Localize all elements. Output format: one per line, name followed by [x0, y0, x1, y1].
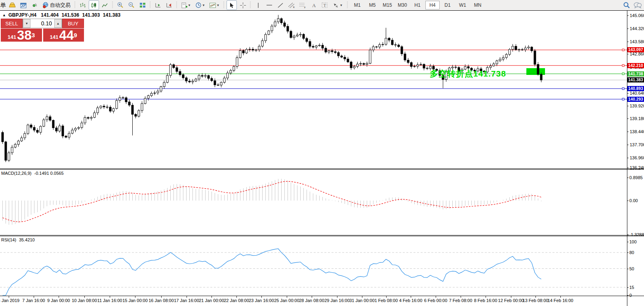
time-axis-tick	[362, 296, 362, 298]
channel-tool-button[interactable]: E	[286, 0, 297, 10]
timeframe-button-D1[interactable]: D1	[440, 1, 455, 10]
trendline-tool-button[interactable]	[275, 0, 286, 10]
indicators-button[interactable]: ▼	[179, 0, 193, 10]
zoom-out-button[interactable]	[126, 0, 137, 10]
time-axis-label: 17 Jan 16:00	[174, 298, 199, 303]
toolbar-drag-handle[interactable]	[223, 2, 225, 9]
timeframe-button-M5[interactable]: M5	[365, 1, 379, 10]
signals-button[interactable]	[29, 0, 40, 10]
price-tick-label: 136.240	[630, 165, 644, 170]
timeframe-button-M30[interactable]: M30	[395, 1, 410, 10]
volume-input[interactable]: 0.10	[30, 19, 54, 28]
line-chart-mode-button[interactable]	[100, 0, 110, 10]
timeframe-button-H1[interactable]: H1	[410, 1, 425, 10]
macd-tick-label: 0.8985	[629, 175, 643, 180]
vertical-line-tool-button[interactable]	[253, 0, 263, 10]
time-axis-tick	[312, 296, 312, 298]
sell-price-base: 141	[8, 33, 16, 41]
time-axis-label: 7 Jan 16:00	[22, 298, 45, 303]
pane-separator[interactable]	[0, 235, 644, 236]
time-axis-tick	[34, 296, 34, 298]
buy-button[interactable]: BUY	[62, 19, 84, 28]
candlestick-icon	[91, 2, 97, 8]
zoom-out-icon	[128, 2, 135, 8]
buy-price-base: 141	[50, 33, 59, 41]
horizontal-line-icon	[266, 3, 272, 7]
periods-button[interactable]: ▼	[194, 0, 207, 10]
cursor-tool-button[interactable]	[227, 0, 237, 10]
ohlc-close: 141.383	[103, 12, 121, 18]
timeframe-button-W1[interactable]: W1	[455, 1, 470, 10]
time-axis-tick	[236, 296, 237, 298]
candlestick-mode-button[interactable]	[89, 0, 99, 10]
dropdown-arrow-icon[interactable]: ▼	[188, 4, 191, 7]
text-glyph: A	[312, 2, 316, 8]
line-chart-icon	[102, 3, 108, 8]
equidistant-channel-icon: E	[288, 2, 295, 8]
price-tick-label: 139.920	[630, 103, 644, 108]
time-axis-label: 23 Jan 16:00	[249, 298, 274, 303]
collapse-triangle-icon[interactable]: ▲	[2, 13, 6, 17]
time-axis-tick	[287, 296, 287, 298]
chart-shift-button[interactable]	[164, 0, 174, 10]
chat-icon[interactable]	[634, 2, 642, 8]
bar-chart-mode-button[interactable]	[78, 0, 88, 10]
auto-scroll-button[interactable]	[153, 0, 163, 10]
timeframe-button-M1[interactable]: M1	[350, 1, 364, 10]
volume-down-button[interactable]: ▼	[23, 19, 30, 28]
toolbar-drag-handle[interactable]	[74, 2, 76, 9]
cursor-arrow-icon	[229, 2, 234, 8]
ohlc-high: 141.536	[61, 12, 79, 18]
chart-window[interactable]	[0, 10, 644, 306]
autotrading-button[interactable]: 自动交易	[40, 0, 72, 10]
timeframe-button-MN[interactable]: MN	[471, 1, 485, 10]
toolbar-drag-handle[interactable]	[347, 2, 349, 9]
new-order-button[interactable]	[7, 0, 17, 10]
time-axis-label: 21 Jan 00:00	[199, 298, 224, 303]
volume-spinner: ▼ 0.10 ▲	[23, 19, 62, 28]
dropdown-arrow-icon[interactable]: ▼	[216, 4, 220, 7]
text-tool-button[interactable]: A	[309, 0, 319, 10]
volume-up-button[interactable]: ▲	[54, 19, 62, 28]
buy-price[interactable]: 141 44 9	[43, 29, 84, 42]
label-glyph: T	[324, 3, 326, 8]
axis-tick	[627, 29, 629, 29]
search-icon[interactable]	[623, 2, 630, 8]
arrows-tool-button[interactable]: ▼	[331, 0, 345, 10]
axis-tick	[627, 269, 629, 269]
toolbar-drag-handle[interactable]	[176, 2, 178, 9]
zoom-in-button[interactable]	[115, 0, 126, 10]
toolbar-group-insert: ▼ ▼ ▼	[179, 0, 222, 10]
axis-tick	[627, 42, 629, 42]
toolbar-drag-handle[interactable]	[149, 2, 151, 9]
time-axis-tick	[486, 296, 486, 298]
crosshair-tool-button[interactable]	[238, 0, 248, 10]
time-axis-label: 11 Jan 16:00	[97, 298, 122, 303]
arrows-icon	[333, 2, 339, 8]
price-tick-label: 137.700	[630, 142, 644, 147]
horizontal-line-tool-button[interactable]	[264, 0, 274, 10]
fibonacci-tool-button[interactable]: F	[297, 0, 308, 10]
price-tick-label: 138.440	[630, 129, 644, 134]
templates-button[interactable]: ▼	[208, 0, 221, 10]
time-axis-tick	[461, 296, 461, 298]
timeframe-button-M15[interactable]: M15	[380, 1, 394, 10]
chart-title: ▲ GBPJPY-,H4 141.404 141.536 141.303 141…	[2, 12, 120, 18]
timeframe-button-H4[interactable]: H4	[425, 1, 440, 10]
label-tool-button[interactable]: T	[320, 0, 330, 10]
price-level-tag: 140.293	[627, 97, 644, 102]
open-chart-button[interactable]	[18, 0, 29, 10]
toolbar-drag-handle[interactable]	[250, 2, 252, 9]
tile-windows-button[interactable]	[137, 0, 148, 10]
sell-price[interactable]: 141 38 3	[1, 29, 42, 42]
toolbar-drag-handle[interactable]	[112, 2, 114, 9]
axis-tick	[627, 295, 629, 296]
price-level-tag: 141.738	[627, 71, 644, 76]
axis-tick	[627, 145, 629, 145]
dropdown-arrow-icon[interactable]: ▼	[202, 4, 206, 7]
pane-separator[interactable]	[0, 168, 644, 170]
autotrading-globe-icon	[42, 2, 49, 8]
time-axis-tick	[59, 296, 59, 298]
sell-button[interactable]: SELL	[1, 19, 23, 28]
dropdown-arrow-icon[interactable]: ▼	[339, 4, 343, 7]
